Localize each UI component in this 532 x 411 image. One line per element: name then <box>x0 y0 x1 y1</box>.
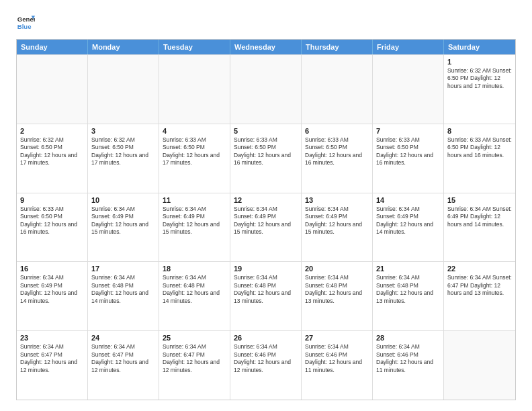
cell-info: Sunrise: 6:34 AM Sunset: 6:46 PM Dayligh… <box>234 343 298 374</box>
calendar: SundayMondayTuesdayWednesdayThursdayFrid… <box>16 39 516 400</box>
cell-info: Sunrise: 6:34 AM Sunset: 6:48 PM Dayligh… <box>163 274 226 305</box>
calendar-cell: 27Sunrise: 6:34 AM Sunset: 6:46 PM Dayli… <box>302 331 373 400</box>
weekday-header: Wednesday <box>230 40 302 54</box>
calendar-cell: 5Sunrise: 6:33 AM Sunset: 6:50 PM Daylig… <box>230 124 302 193</box>
calendar-cell: 16Sunrise: 6:34 AM Sunset: 6:49 PM Dayli… <box>17 262 88 330</box>
day-number: 18 <box>163 265 226 273</box>
calendar-cell <box>159 55 230 124</box>
calendar-cell: 15Sunrise: 6:34 AM Sunset: 6:49 PM Dayli… <box>444 193 515 262</box>
day-number: 17 <box>91 265 155 273</box>
calendar-cell: 7Sunrise: 6:33 AM Sunset: 6:50 PM Daylig… <box>373 124 444 193</box>
cell-info: Sunrise: 6:33 AM Sunset: 6:50 PM Dayligh… <box>234 136 298 167</box>
cell-info: Sunrise: 6:34 AM Sunset: 6:48 PM Dayligh… <box>376 274 440 305</box>
cell-info: Sunrise: 6:34 AM Sunset: 6:47 PM Dayligh… <box>447 274 512 297</box>
weekday-header: Saturday <box>444 40 515 54</box>
cell-info: Sunrise: 6:34 AM Sunset: 6:49 PM Dayligh… <box>91 205 155 236</box>
cell-info: Sunrise: 6:33 AM Sunset: 6:50 PM Dayligh… <box>305 136 369 167</box>
calendar-cell: 26Sunrise: 6:34 AM Sunset: 6:46 PM Dayli… <box>230 331 302 400</box>
calendar-row: 1Sunrise: 6:32 AM Sunset: 6:50 PM Daylig… <box>17 54 515 124</box>
cell-info: Sunrise: 6:34 AM Sunset: 6:46 PM Dayligh… <box>305 343 369 374</box>
day-number: 1 <box>447 58 512 66</box>
calendar-cell: 13Sunrise: 6:34 AM Sunset: 6:49 PM Dayli… <box>302 193 373 262</box>
calendar-cell: 10Sunrise: 6:34 AM Sunset: 6:49 PM Dayli… <box>88 193 159 262</box>
calendar-row: 16Sunrise: 6:34 AM Sunset: 6:49 PM Dayli… <box>17 261 515 330</box>
day-number: 13 <box>305 196 369 204</box>
weekday-header: Thursday <box>302 40 373 54</box>
cell-info: Sunrise: 6:33 AM Sunset: 6:50 PM Dayligh… <box>447 136 512 159</box>
cell-info: Sunrise: 6:34 AM Sunset: 6:47 PM Dayligh… <box>91 343 155 374</box>
calendar-cell: 2Sunrise: 6:32 AM Sunset: 6:50 PM Daylig… <box>17 124 88 193</box>
day-number: 26 <box>234 334 298 342</box>
day-number: 4 <box>163 127 226 135</box>
calendar-cell <box>17 55 88 124</box>
cell-info: Sunrise: 6:33 AM Sunset: 6:50 PM Dayligh… <box>163 136 226 167</box>
day-number: 2 <box>20 127 84 135</box>
day-number: 27 <box>305 334 369 342</box>
calendar-cell: 8Sunrise: 6:33 AM Sunset: 6:50 PM Daylig… <box>444 124 515 193</box>
cell-info: Sunrise: 6:34 AM Sunset: 6:47 PM Dayligh… <box>20 343 84 374</box>
day-number: 9 <box>20 196 84 204</box>
calendar-cell <box>444 331 515 400</box>
calendar-cell: 11Sunrise: 6:34 AM Sunset: 6:49 PM Dayli… <box>159 193 230 262</box>
weekday-header: Monday <box>88 40 159 54</box>
calendar-cell: 18Sunrise: 6:34 AM Sunset: 6:48 PM Dayli… <box>159 262 230 330</box>
calendar-cell: 17Sunrise: 6:34 AM Sunset: 6:48 PM Dayli… <box>88 262 159 330</box>
calendar-cell <box>88 55 159 124</box>
logo: General Blue <box>16 13 35 32</box>
calendar-body: 1Sunrise: 6:32 AM Sunset: 6:50 PM Daylig… <box>17 54 515 400</box>
day-number: 15 <box>447 196 512 204</box>
calendar-cell: 19Sunrise: 6:34 AM Sunset: 6:48 PM Dayli… <box>230 262 302 330</box>
svg-text:Blue: Blue <box>17 23 32 30</box>
calendar-cell <box>373 55 444 124</box>
cell-info: Sunrise: 6:32 AM Sunset: 6:50 PM Dayligh… <box>447 67 512 90</box>
calendar-header: SundayMondayTuesdayWednesdayThursdayFrid… <box>17 40 515 54</box>
day-number: 8 <box>447 127 512 135</box>
cell-info: Sunrise: 6:34 AM Sunset: 6:47 PM Dayligh… <box>163 343 226 374</box>
calendar-cell: 24Sunrise: 6:34 AM Sunset: 6:47 PM Dayli… <box>88 331 159 400</box>
day-number: 3 <box>91 127 155 135</box>
cell-info: Sunrise: 6:34 AM Sunset: 6:49 PM Dayligh… <box>376 205 440 236</box>
day-number: 7 <box>376 127 440 135</box>
calendar-cell: 14Sunrise: 6:34 AM Sunset: 6:49 PM Dayli… <box>373 193 444 262</box>
cell-info: Sunrise: 6:34 AM Sunset: 6:48 PM Dayligh… <box>234 274 298 305</box>
cell-info: Sunrise: 6:34 AM Sunset: 6:49 PM Dayligh… <box>163 205 226 236</box>
weekday-header: Friday <box>373 40 444 54</box>
cell-info: Sunrise: 6:32 AM Sunset: 6:50 PM Dayligh… <box>20 136 84 167</box>
day-number: 14 <box>376 196 440 204</box>
calendar-cell: 6Sunrise: 6:33 AM Sunset: 6:50 PM Daylig… <box>302 124 373 193</box>
calendar-cell: 4Sunrise: 6:33 AM Sunset: 6:50 PM Daylig… <box>159 124 230 193</box>
day-number: 28 <box>376 334 440 342</box>
day-number: 11 <box>163 196 226 204</box>
calendar-cell: 3Sunrise: 6:32 AM Sunset: 6:50 PM Daylig… <box>88 124 159 193</box>
cell-info: Sunrise: 6:34 AM Sunset: 6:49 PM Dayligh… <box>447 205 512 228</box>
calendar-cell: 22Sunrise: 6:34 AM Sunset: 6:47 PM Dayli… <box>444 262 515 330</box>
calendar-cell: 12Sunrise: 6:34 AM Sunset: 6:49 PM Dayli… <box>230 193 302 262</box>
day-number: 22 <box>447 265 512 273</box>
day-number: 23 <box>20 334 84 342</box>
day-number: 5 <box>234 127 298 135</box>
calendar-cell: 9Sunrise: 6:33 AM Sunset: 6:50 PM Daylig… <box>17 193 88 262</box>
calendar-cell <box>302 55 373 124</box>
weekday-header: Tuesday <box>159 40 230 54</box>
day-number: 24 <box>91 334 155 342</box>
cell-info: Sunrise: 6:34 AM Sunset: 6:46 PM Dayligh… <box>376 343 440 374</box>
day-number: 16 <box>20 265 84 273</box>
calendar-cell: 21Sunrise: 6:34 AM Sunset: 6:48 PM Dayli… <box>373 262 444 330</box>
weekday-header: Sunday <box>17 40 88 54</box>
calendar-cell: 1Sunrise: 6:32 AM Sunset: 6:50 PM Daylig… <box>444 55 515 124</box>
day-number: 25 <box>163 334 226 342</box>
calendar-cell: 25Sunrise: 6:34 AM Sunset: 6:47 PM Dayli… <box>159 331 230 400</box>
calendar-row: 2Sunrise: 6:32 AM Sunset: 6:50 PM Daylig… <box>17 124 515 193</box>
day-number: 10 <box>91 196 155 204</box>
day-number: 20 <box>305 265 369 273</box>
day-number: 19 <box>234 265 298 273</box>
calendar-cell: 20Sunrise: 6:34 AM Sunset: 6:48 PM Dayli… <box>302 262 373 330</box>
cell-info: Sunrise: 6:34 AM Sunset: 6:49 PM Dayligh… <box>305 205 369 236</box>
cell-info: Sunrise: 6:34 AM Sunset: 6:48 PM Dayligh… <box>305 274 369 305</box>
cell-info: Sunrise: 6:34 AM Sunset: 6:49 PM Dayligh… <box>20 274 84 305</box>
calendar-row: 23Sunrise: 6:34 AM Sunset: 6:47 PM Dayli… <box>17 330 515 400</box>
cell-info: Sunrise: 6:33 AM Sunset: 6:50 PM Dayligh… <box>20 205 84 236</box>
page-header: General Blue <box>16 13 516 32</box>
calendar-cell: 23Sunrise: 6:34 AM Sunset: 6:47 PM Dayli… <box>17 331 88 400</box>
logo-icon: General Blue <box>16 13 35 32</box>
